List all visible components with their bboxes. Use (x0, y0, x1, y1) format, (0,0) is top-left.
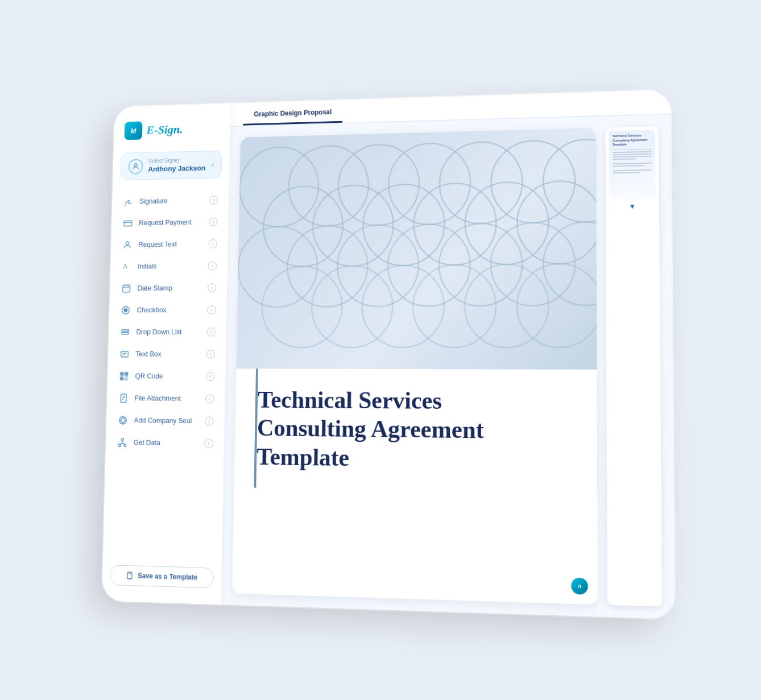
get-data-label: Get Data (134, 438, 199, 447)
svg-line-41 (119, 443, 122, 444)
text-box-icon (119, 348, 131, 360)
signer-info: Select Signer Anthony Jackson (148, 156, 206, 173)
text-box-label: Text Box (135, 350, 201, 358)
signer-name: Anthony Jackson (148, 164, 205, 173)
initials-info-icon[interactable]: i (208, 261, 217, 270)
tablet-frame: M E-Sign. Select Signer Anthony Jackson … (102, 90, 675, 619)
signer-label: Select Signer (148, 156, 207, 164)
signer-avatar (128, 158, 143, 173)
date-stamp-label: Date Stamp (137, 284, 202, 292)
drop-down-list-icon (119, 326, 131, 338)
get-data-info-icon[interactable]: i (204, 439, 213, 448)
device-wrapper: M E-Sign. Select Signer Anthony Jackson … (68, 52, 693, 649)
doc-title-line3: Template (257, 443, 349, 470)
thumbnail-lines (613, 148, 652, 173)
svg-point-32 (121, 418, 125, 422)
svg-rect-22 (121, 378, 122, 379)
add-company-seal-icon (117, 414, 129, 426)
tool-item-date-stamp[interactable]: Date Stampi (114, 276, 223, 299)
request-text-icon (122, 239, 134, 251)
file-attachment-icon (118, 392, 130, 404)
sidebar: M E-Sign. Select Signer Anthony Jackson … (102, 103, 230, 604)
svg-point-0 (134, 163, 137, 166)
request-text-label: Request Text (138, 240, 203, 248)
svg-rect-14 (121, 351, 129, 357)
svg-rect-21 (126, 373, 127, 374)
svg-point-3 (126, 241, 129, 245)
initials-label: Initials (138, 262, 202, 270)
tool-item-signature[interactable]: Signaturei (116, 189, 225, 213)
signature-label: Signature (139, 196, 204, 205)
svg-point-10 (124, 308, 127, 312)
doc-title: Technical Services Consulting Agreement … (257, 386, 573, 475)
tool-item-add-company-seal[interactable]: Add Company Seali (110, 409, 220, 432)
tool-item-file-attachment[interactable]: File Attachmenti (111, 387, 221, 409)
qr-code-label: QR Code (135, 372, 200, 380)
svg-line-42 (122, 443, 125, 444)
svg-point-51 (543, 138, 597, 222)
tool-item-request-text[interactable]: Request Texti (115, 233, 224, 256)
doc-title-section: Technical Services Consulting Agreement … (234, 368, 597, 494)
logo-text: E-Sign. (146, 122, 183, 137)
request-payment-icon (122, 217, 134, 229)
save-template-label: Save as a Template (138, 571, 197, 581)
tab-label: Graphic Design Proposal (254, 108, 332, 118)
tool-item-qr-code[interactable]: QR Codei (111, 365, 221, 388)
svg-rect-43 (127, 572, 132, 579)
add-company-seal-label: Add Company Seal (134, 416, 200, 425)
checkbox-info-icon[interactable]: i (207, 305, 216, 314)
request-payment-info-icon[interactable]: i (209, 217, 217, 226)
qr-code-info-icon[interactable]: i (206, 372, 215, 381)
date-stamp-info-icon[interactable]: i (208, 283, 216, 292)
svg-rect-12 (122, 332, 129, 334)
checkbox-label: Checkbox (137, 306, 202, 314)
save-button-area: Save as a Template (102, 556, 222, 593)
doc-area: Technical Services Consulting Agreement … (221, 114, 674, 619)
tool-item-checkbox[interactable]: Checkboxi (113, 299, 222, 321)
request-payment-label: Request Payment (139, 218, 204, 226)
file-attachment-label: File Attachment (135, 394, 200, 402)
text-box-info-icon[interactable]: i (206, 350, 216, 359)
add-company-seal-info-icon[interactable]: i (205, 416, 214, 425)
tool-item-drop-down-list[interactable]: Drop Down Listi (113, 321, 222, 343)
signature-info-icon[interactable]: i (209, 196, 218, 205)
tool-item-request-payment[interactable]: Request Paymenti (115, 210, 224, 234)
signer-chevron-icon: › (212, 160, 214, 168)
svg-rect-1 (124, 221, 132, 226)
brand-dot-icon: n (571, 577, 588, 594)
drop-down-list-label: Drop Down List (136, 328, 201, 336)
tool-item-get-data[interactable]: Get Datai (110, 431, 220, 455)
logo-area: M E-Sign. (114, 118, 230, 152)
thumbnail-title: Technical Services Consulting Agreement … (613, 133, 652, 147)
tab-graphic-design[interactable]: Graphic Design Proposal (243, 100, 343, 125)
checkbox-icon (120, 304, 132, 316)
tool-item-initials[interactable]: AInitialsi (114, 254, 223, 277)
thumbnail-doc: Technical Services Consulting Agreement … (609, 130, 656, 199)
tool-item-text-box[interactable]: Text Boxi (112, 343, 221, 365)
signer-selector[interactable]: Select Signer Anthony Jackson › (120, 150, 222, 180)
file-attachment-info-icon[interactable]: i (205, 394, 214, 403)
logo-icon: M (125, 121, 143, 140)
request-text-info-icon[interactable]: i (208, 239, 217, 248)
get-data-icon (117, 436, 129, 449)
doc-header-bg (237, 127, 597, 369)
tools-list: SignatureiRequest PaymentiRequest TextiA… (103, 189, 229, 559)
svg-text:A: A (123, 263, 128, 271)
thumbnail-panel: Technical Services Consulting Agreement … (605, 126, 662, 607)
main-content: Graphic Design Proposal (221, 90, 674, 619)
thumbnail-arrow-icon: ▼ (606, 202, 659, 211)
initials-icon: A (121, 260, 133, 272)
doc-title-line2: Consulting Agreement (257, 415, 484, 443)
date-stamp-icon (121, 282, 133, 294)
doc-title-line1: Technical Services (258, 387, 442, 414)
signature-icon (122, 196, 134, 208)
drop-down-list-info-icon[interactable]: i (206, 327, 215, 336)
save-template-button[interactable]: Save as a Template (110, 565, 214, 588)
svg-rect-20 (121, 373, 122, 374)
qr-code-icon (118, 370, 130, 382)
svg-point-37 (121, 438, 123, 440)
svg-rect-5 (123, 285, 130, 292)
doc-main: Technical Services Consulting Agreement … (232, 127, 598, 604)
logo-letter: M (130, 126, 136, 134)
